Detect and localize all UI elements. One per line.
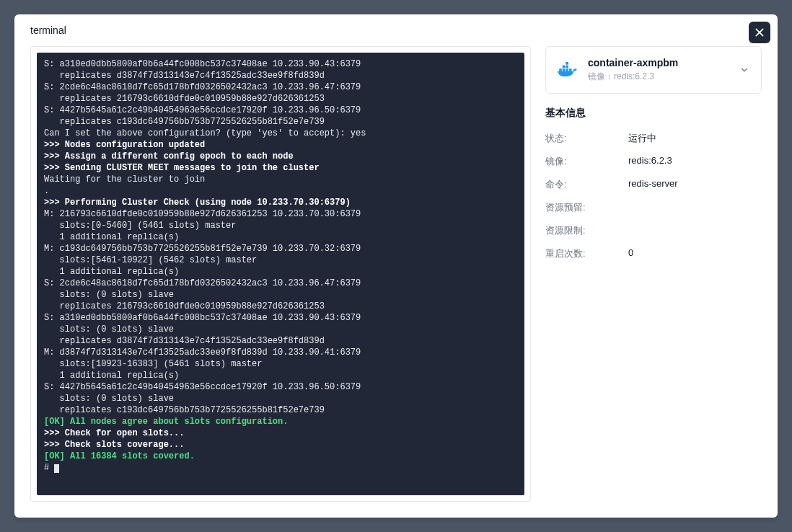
terminal-line: .: [44, 185, 517, 197]
terminal-line: 1 additional replica(s): [44, 370, 517, 381]
terminal-output[interactable]: S: a310ed0dbb5800af0b6a44fc008bc537c3740…: [37, 53, 524, 495]
terminal-line: slots: (0 slots) slave: [44, 393, 517, 404]
terminal-line: [OK] All nodes agree about slots configu…: [44, 416, 517, 427]
terminal-line: replicates c193dc649756bb753b7725526255b…: [44, 404, 517, 416]
terminal-line: slots: (0 slots) slave: [44, 289, 517, 301]
terminal-line: S: a310ed0dbb5800af0b6a44fc008bc537c3740…: [44, 58, 517, 70]
info-value: 运行中: [628, 132, 762, 145]
info-label: 镜像:: [545, 155, 628, 168]
terminal-line: slots:[0-5460] (5461 slots) master: [44, 220, 517, 231]
info-value: [628, 224, 762, 237]
container-image-value: redis:6.2.3: [614, 71, 654, 81]
container-image-sub: 镜像：redis:6.2.3: [588, 71, 731, 83]
svg-rect-5: [569, 68, 572, 71]
svg-rect-8: [566, 62, 568, 65]
close-button[interactable]: [749, 22, 770, 43]
container-info: container-axmpbm 镜像：redis:6.2.3: [588, 57, 731, 83]
basic-info-section: 基本信息 状态:运行中镜像:redis:6.2.3命令:redis-server…: [545, 107, 762, 265]
panel-header: terminal: [14, 14, 778, 46]
info-row: 状态:运行中: [545, 127, 762, 150]
svg-rect-6: [563, 66, 566, 68]
svg-rect-2: [559, 68, 562, 71]
info-value: redis-server: [628, 178, 762, 191]
info-row: 资源预留:: [545, 196, 762, 219]
info-value: [628, 201, 762, 214]
terminal-line: >>> Sending CLUSTER MEET messages to joi…: [44, 162, 517, 174]
info-label: 重启次数:: [545, 247, 628, 260]
terminal-line: >>> Check for open slots...: [44, 427, 517, 439]
terminal-line: Waiting for the cluster to join: [44, 174, 517, 185]
chevron-down-icon: [739, 65, 749, 75]
terminal-cursor: [54, 464, 59, 473]
terminal-prompt: #: [44, 462, 517, 474]
terminal-line: >>> Check slots coverage...: [44, 439, 517, 451]
info-value: redis:6.2.3: [628, 155, 762, 168]
panel-body: S: a310ed0dbb5800af0b6a44fc008bc537c3740…: [14, 46, 778, 518]
container-name: container-axmpbm: [588, 57, 731, 68]
sidebar: container-axmpbm 镜像：redis:6.2.3 基本信息 状态:…: [545, 46, 762, 502]
panel-title: terminal: [30, 25, 66, 36]
terminal-wrap: S: a310ed0dbb5800af0b6a44fc008bc537c3740…: [30, 46, 531, 502]
container-image-label: 镜像：: [588, 71, 614, 81]
terminal-line: replicates d3874f7d313143e7c4f13525adc33…: [44, 70, 517, 81]
terminal-line: S: 4427b5645a61c2c49b40454963e56ccdce179…: [44, 105, 517, 116]
basic-info-title: 基本信息: [545, 107, 762, 120]
close-icon: [754, 27, 765, 38]
info-value: 0: [628, 247, 762, 260]
info-label: 资源限制:: [545, 224, 628, 237]
svg-rect-3: [563, 68, 566, 71]
terminal-line: 1 additional replica(s): [44, 231, 517, 243]
terminal-line: >>> Nodes configuration updated: [44, 139, 517, 151]
svg-rect-4: [566, 68, 568, 71]
terminal-line: S: 2cde6c48ac8618d7fc65d178bfd0326502432…: [44, 81, 517, 93]
terminal-line: replicates c193dc649756bb753b7725526255b…: [44, 116, 517, 128]
terminal-line: replicates 216793c6610dfde0c010959b88e92…: [44, 93, 517, 105]
info-row: 镜像:redis:6.2.3: [545, 150, 762, 173]
info-label: 命令:: [545, 178, 628, 191]
terminal-line: S: 2cde6c48ac8618d7fc65d178bfd0326502432…: [44, 278, 517, 289]
docker-icon: [558, 62, 579, 78]
terminal-line: M: 216793c6610dfde0c010959b88e927d626361…: [44, 208, 517, 220]
terminal-line: 1 additional replica(s): [44, 266, 517, 278]
terminal-line: >>> Assign a different config epoch to e…: [44, 151, 517, 162]
terminal-line: M: d3874f7d313143e7c4f13525adc33ee9f8fd8…: [44, 347, 517, 358]
info-rows: 状态:运行中镜像:redis:6.2.3命令:redis-server资源预留:…: [545, 127, 762, 265]
info-row: 命令:redis-server: [545, 173, 762, 196]
svg-rect-7: [566, 66, 568, 68]
terminal-line: [OK] All 16384 slots covered.: [44, 451, 517, 462]
container-card[interactable]: container-axmpbm 镜像：redis:6.2.3: [545, 46, 762, 94]
info-label: 资源预留:: [545, 201, 628, 214]
terminal-line: >>> Performing Cluster Check (using node…: [44, 197, 517, 208]
main-panel: terminal S: a310ed0dbb5800af0b6a44fc008b…: [14, 14, 778, 518]
info-label: 状态:: [545, 132, 628, 145]
info-row: 资源限制:: [545, 219, 762, 242]
terminal-line: slots:[10923-16383] (5461 slots) master: [44, 358, 517, 370]
terminal-line: slots:[5461-10922] (5462 slots) master: [44, 254, 517, 266]
terminal-line: S: 4427b5645a61c2c49b40454963e56ccdce179…: [44, 381, 517, 393]
terminal-line: slots: (0 slots) slave: [44, 324, 517, 335]
terminal-line: replicates 216793c6610dfde0c010959b88e92…: [44, 301, 517, 312]
info-row: 重启次数:0: [545, 242, 762, 265]
terminal-line: replicates d3874f7d313143e7c4f13525adc33…: [44, 335, 517, 347]
terminal-line: S: a310ed0dbb5800af0b6a44fc008bc537c3740…: [44, 312, 517, 324]
terminal-line: M: c193dc649756bb753b7725526255b81f52e7e…: [44, 243, 517, 254]
terminal-line: Can I set the above configuration? (type…: [44, 128, 517, 139]
